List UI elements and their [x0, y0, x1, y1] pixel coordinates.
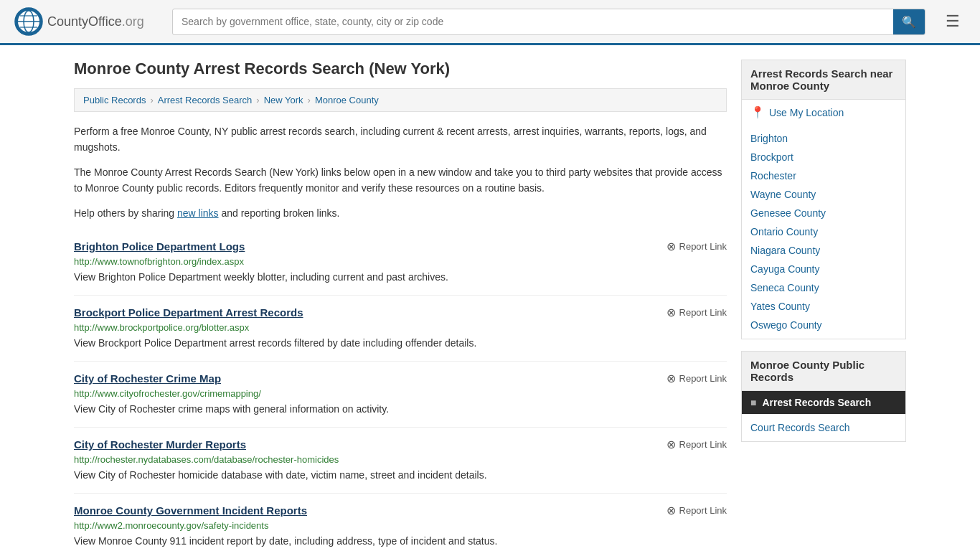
record-url-4: http://rochester.nydatabases.com/databas…	[74, 454, 727, 465]
sidebar: Arrest Records Search near Monroe County…	[741, 60, 906, 551]
nearby-link-1[interactable]: Brockport	[750, 151, 793, 163]
list-item: Cayuga County	[742, 260, 905, 278]
main-content: Monroe County Arrest Records Search (New…	[74, 60, 727, 551]
public-records-section: Monroe County Public Records ■ Arrest Re…	[741, 351, 906, 442]
list-item: Court Records Search	[742, 418, 905, 437]
new-links[interactable]: new links	[177, 207, 219, 219]
record-desc-3: View City of Rochester crime maps with g…	[74, 402, 727, 417]
main-container: Monroe County Arrest Records Search (New…	[60, 45, 920, 551]
record-item: Brockport Police Department Arrest Recor…	[74, 296, 727, 362]
record-item: Monroe County Government Incident Report…	[74, 494, 727, 551]
record-item: City of Rochester Crime Map ⊗ Report Lin…	[74, 362, 727, 428]
record-title-1[interactable]: Brighton Police Department Logs	[74, 240, 245, 253]
logo-icon	[14, 7, 43, 36]
report-link-2[interactable]: ⊗ Report Link	[666, 306, 727, 319]
breadcrumb-new-york[interactable]: New York	[264, 95, 303, 105]
nearby-link-4[interactable]: Genesee County	[750, 207, 826, 219]
arrest-records-search-link[interactable]: Arrest Records Search	[762, 397, 871, 408]
list-item: Rochester	[742, 166, 905, 185]
breadcrumb-arrest-records[interactable]: Arrest Records Search	[158, 95, 253, 105]
breadcrumb: Public Records › Arrest Records Search ›…	[74, 88, 727, 112]
nearby-header: Arrest Records Search near Monroe County	[742, 60, 905, 100]
public-records-list: Court Records Search	[742, 414, 905, 441]
record-item: Brighton Police Department Logs ⊗ Report…	[74, 230, 727, 296]
report-icon-3: ⊗	[666, 372, 676, 385]
description-1: Perform a free Monroe County, NY public …	[74, 123, 727, 156]
record-desc-1: View Brighton Police Department weekly b…	[74, 270, 727, 285]
report-link-4[interactable]: ⊗ Report Link	[666, 438, 727, 451]
active-icon: ■	[750, 397, 756, 408]
list-item: Genesee County	[742, 204, 905, 222]
nearby-link-0[interactable]: Brighton	[750, 133, 788, 144]
nearby-link-10[interactable]: Oswego County	[750, 319, 822, 331]
list-item: Seneca County	[742, 278, 905, 297]
report-icon-1: ⊗	[666, 240, 676, 253]
record-desc-5: View Monroe County 911 incident report b…	[74, 534, 727, 549]
report-icon-2: ⊗	[666, 306, 676, 319]
search-button[interactable]: 🔍	[893, 9, 925, 34]
nearby-link-2[interactable]: Rochester	[750, 170, 796, 182]
record-url-3: http://www.cityofrochester.gov/crimemapp…	[74, 388, 727, 399]
list-item: Oswego County	[742, 316, 905, 334]
description-3: Help others by sharing new links and rep…	[74, 205, 727, 221]
list-item: Yates County	[742, 297, 905, 316]
active-sidebar-item[interactable]: ■ Arrest Records Search	[742, 391, 905, 414]
list-item: Brighton	[742, 129, 905, 148]
location-icon: 📍	[750, 105, 765, 119]
nearby-list: Brighton Brockport Rochester Wayne Count…	[742, 125, 905, 339]
search-bar: 🔍	[172, 9, 925, 35]
record-url-1: http://www.townofbrighton.org/index.aspx	[74, 256, 727, 267]
nearby-link-7[interactable]: Cayuga County	[750, 263, 820, 275]
menu-button[interactable]: ☰	[940, 9, 966, 34]
use-my-location-link[interactable]: Use My Location	[769, 107, 844, 118]
nearby-link-8[interactable]: Seneca County	[750, 282, 819, 293]
record-url-5: http://www2.monroecounty.gov/safety-inci…	[74, 520, 727, 531]
list-item: Ontario County	[742, 222, 905, 241]
logo-area: CountyOffice.org	[14, 7, 158, 36]
list-item: Brockport	[742, 148, 905, 166]
public-records-header: Monroe County Public Records	[742, 352, 905, 391]
court-records-link[interactable]: Court Records Search	[750, 422, 850, 433]
report-icon-5: ⊗	[666, 504, 676, 517]
site-header: CountyOffice.org 🔍 ☰	[0, 0, 980, 45]
record-url-2: http://www.brockportpolice.org/blotter.a…	[74, 322, 727, 333]
report-link-3[interactable]: ⊗ Report Link	[666, 372, 727, 385]
nearby-link-9[interactable]: Yates County	[750, 301, 810, 312]
record-title-2[interactable]: Brockport Police Department Arrest Recor…	[74, 306, 303, 319]
record-title-3[interactable]: City of Rochester Crime Map	[74, 372, 221, 385]
page-title: Monroe County Arrest Records Search (New…	[74, 60, 727, 78]
nearby-section: Arrest Records Search near Monroe County…	[741, 60, 906, 339]
breadcrumb-monroe-county[interactable]: Monroe County	[315, 95, 379, 105]
nearby-link-5[interactable]: Ontario County	[750, 226, 818, 237]
nearby-link-3[interactable]: Wayne County	[750, 189, 816, 200]
record-title-4[interactable]: City of Rochester Murder Reports	[74, 438, 246, 451]
record-desc-2: View Brockport Police Department arrest …	[74, 336, 727, 351]
description-2: The Monroe County Arrest Records Search …	[74, 164, 727, 197]
search-input[interactable]	[173, 10, 893, 33]
logo-text: CountyOffice.org	[47, 14, 144, 29]
breadcrumb-public-records[interactable]: Public Records	[83, 95, 146, 105]
report-link-1[interactable]: ⊗ Report Link	[666, 240, 727, 253]
nearby-link-6[interactable]: Niagara County	[750, 245, 820, 256]
list-item: Niagara County	[742, 241, 905, 260]
use-my-location[interactable]: 📍 Use My Location	[742, 100, 905, 125]
record-title-5[interactable]: Monroe County Government Incident Report…	[74, 504, 307, 517]
report-icon-4: ⊗	[666, 438, 676, 451]
record-desc-4: View City of Rochester homicide database…	[74, 468, 727, 483]
record-item: City of Rochester Murder Reports ⊗ Repor…	[74, 428, 727, 494]
list-item: Wayne County	[742, 185, 905, 204]
report-link-5[interactable]: ⊗ Report Link	[666, 504, 727, 517]
